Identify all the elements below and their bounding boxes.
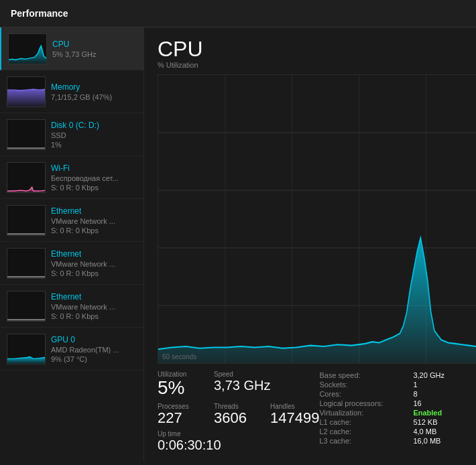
sidebar-chart-gpu0: [7, 334, 46, 364]
cores-row: Cores: 8: [319, 389, 476, 399]
sidebar-name-wifi: Wi-Fi: [51, 163, 137, 173]
cpu-panel-title: CPU: [158, 38, 476, 60]
sidebar-chart-eth2: [7, 248, 46, 279]
cpu-content-panel: CPU % Utilization: [144, 27, 476, 461]
cpu-stats-left: Utilization 5% Speed 3,73 GHz Processes …: [158, 371, 319, 453]
sidebar-chart-disk0: [7, 119, 46, 150]
sidebar-name-gpu0: GPU 0: [51, 335, 137, 344]
sidebar-detail2-eth2: S: 0 R: 0 Kbps: [51, 269, 137, 277]
speed-group: Speed 3,73 GHz: [214, 371, 270, 399]
sockets-value: 1: [413, 380, 476, 389]
cores-label: Cores:: [319, 389, 413, 399]
sidebar-detail1-eth3: VMware Network ...: [51, 303, 137, 311]
l1-label: L1 cache:: [319, 417, 413, 427]
virt-value: Enabled: [413, 408, 476, 417]
sidebar-detail2-eth3: S: 0 R: 0 Kbps: [51, 312, 137, 320]
sidebar-chart-eth3: [7, 291, 46, 322]
cpu-info-table: Base speed: 3,20 GHz Sockets: 1 Cores: 8…: [319, 371, 476, 446]
cpu-stats-right: Base speed: 3,20 GHz Sockets: 1 Cores: 8…: [319, 371, 476, 453]
sidebar-detail1-gpu0: AMD Radeon(TM) ...: [51, 346, 137, 354]
uptime-section: Up time 0:06:30:10: [158, 430, 319, 453]
sidebar-item-cpu[interactable]: CPU5% 3,73 GHz: [0, 27, 143, 70]
sidebar-detail1-eth2: VMware Network ...: [51, 260, 137, 268]
sidebar-detail2-disk0: 1%: [51, 141, 137, 149]
sidebar: CPU5% 3,73 GHzMemory7,1/15,2 GB (47%)Dis…: [0, 27, 144, 461]
sidebar-name-disk0: Disk 0 (C: D:): [51, 121, 137, 130]
sidebar-chart-wifi: [7, 162, 46, 193]
l1-value: 512 KB: [413, 417, 476, 427]
cpu-chart-svg: [158, 75, 476, 363]
sidebar-item-gpu0[interactable]: GPU 0AMD Radeon(TM) ...9% (37 °C): [0, 328, 143, 371]
utilization-value: 5%: [158, 378, 198, 399]
processes-threads-handles-row: Processes 227 Threads 3606 Handles 14749…: [158, 403, 319, 426]
cpu-panel-subtitle: % Utilization: [158, 61, 476, 69]
cpu-stats-section: Utilization 5% Speed 3,73 GHz Processes …: [158, 371, 476, 453]
main-layout: CPU5% 3,73 GHzMemory7,1/15,2 GB (47%)Dis…: [0, 27, 476, 461]
sidebar-name-cpu: CPU: [52, 40, 137, 49]
speed-label: Speed: [214, 371, 270, 378]
logical-label: Logical processors:: [319, 399, 413, 408]
sidebar-detail2-eth1: S: 0 R: 0 Kbps: [51, 226, 137, 235]
uptime-label: Up time: [158, 430, 319, 438]
page-title: Performance: [11, 8, 68, 19]
threads-value: 3606: [214, 410, 254, 426]
sidebar-item-memory[interactable]: Memory7,1/15,2 GB (47%): [0, 70, 143, 113]
handles-group: Handles 147499: [270, 403, 319, 426]
sidebar-chart-memory: [7, 76, 46, 107]
sockets-row: Sockets: 1: [319, 380, 476, 389]
sidebar-detail1-eth1: VMware Network ...: [51, 217, 137, 225]
utilization-speed-row: Utilization 5% Speed 3,73 GHz: [158, 371, 319, 399]
l2-value: 4,0 MB: [413, 427, 476, 436]
l2-label: L2 cache:: [319, 427, 413, 436]
base-speed-row: Base speed: 3,20 GHz: [319, 371, 476, 380]
sidebar-detail1-cpu: 5% 3,73 GHz: [52, 50, 137, 58]
utilization-group: Utilization 5%: [158, 371, 198, 399]
sidebar-detail1-wifi: Беспроводная сет...: [51, 174, 137, 182]
sidebar-detail1-disk0: SSD: [51, 131, 137, 139]
l1-row: L1 cache: 512 KB: [319, 417, 476, 427]
sidebar-name-memory: Memory: [51, 82, 137, 92]
sidebar-chart-eth1: [7, 205, 46, 236]
base-speed-label: Base speed:: [319, 371, 413, 380]
sidebar-item-eth1[interactable]: EthernetVMware Network ...S: 0 R: 0 Kbps: [0, 199, 143, 242]
sockets-label: Sockets:: [319, 380, 413, 389]
speed-value: 3,73 GHz: [214, 378, 270, 393]
sidebar-chart-cpu: [8, 34, 47, 64]
cpu-chart: 60 seconds: [158, 74, 476, 364]
l3-value: 16,0 MB: [413, 436, 476, 446]
virt-row: Virtualization: Enabled: [319, 408, 476, 417]
sidebar-item-eth2[interactable]: EthernetVMware Network ...S: 0 R: 0 Kbps: [0, 242, 143, 285]
logical-value: 16: [413, 399, 476, 408]
sidebar-item-wifi[interactable]: Wi-FiБеспроводная сет...S: 0 R: 0 Kbps: [0, 156, 143, 199]
sidebar-item-eth3[interactable]: EthernetVMware Network ...S: 0 R: 0 Kbps: [0, 285, 143, 328]
header: Performance: [0, 0, 476, 27]
processes-group: Processes 227: [158, 403, 198, 426]
l3-label: L3 cache:: [319, 436, 413, 446]
uptime-value: 0:06:30:10: [158, 438, 319, 453]
l3-row: L3 cache: 16,0 MB: [319, 436, 476, 446]
l2-row: L2 cache: 4,0 MB: [319, 427, 476, 436]
virt-label: Virtualization:: [319, 408, 413, 417]
sidebar-detail1-memory: 7,1/15,2 GB (47%): [51, 93, 137, 101]
sidebar-detail2-wifi: S: 0 R: 0 Kbps: [51, 184, 137, 192]
base-speed-value: 3,20 GHz: [413, 371, 476, 380]
cores-value: 8: [413, 389, 476, 399]
handles-value: 147499: [270, 410, 319, 426]
sidebar-name-eth1: Ethernet: [51, 206, 137, 216]
sidebar-name-eth2: Ethernet: [51, 249, 137, 259]
threads-group: Threads 3606: [214, 403, 254, 426]
logical-row: Logical processors: 16: [319, 399, 476, 408]
sidebar-name-eth3: Ethernet: [51, 292, 137, 302]
chart-time-label: 60 seconds: [162, 353, 196, 360]
sidebar-item-disk0[interactable]: Disk 0 (C: D:)SSD1%: [0, 113, 143, 156]
sidebar-detail2-gpu0: 9% (37 °C): [51, 355, 137, 363]
processes-value: 227: [158, 410, 198, 426]
